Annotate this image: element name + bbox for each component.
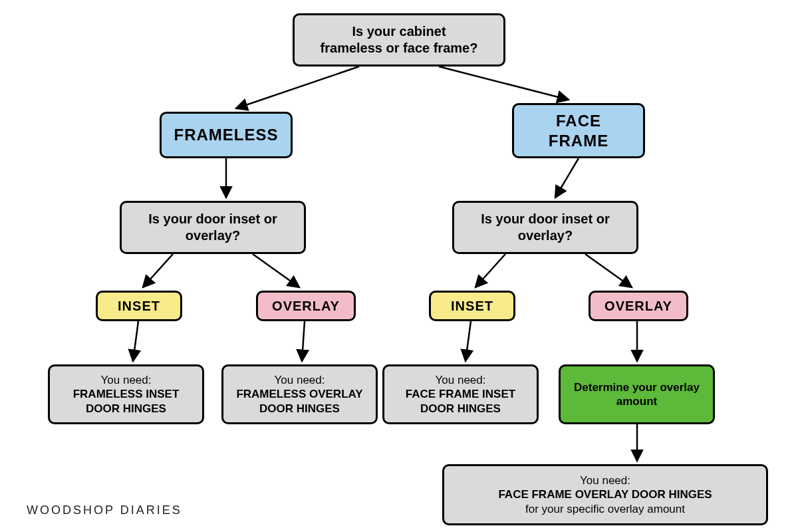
left-overlay-option-box: OVERLAY <box>256 291 356 321</box>
right-overlay-final-result-box: You need: FACE FRAME OVERLAY DOOR HINGES… <box>442 464 768 525</box>
right-inset-result-main: FACE FRAME INSET DOOR HINGES <box>392 387 529 416</box>
root-question-line1: Is your cabinet <box>352 23 446 40</box>
root-question-box: Is your cabinet frameless or face frame? <box>293 13 505 66</box>
flow-arrows <box>0 0 798 532</box>
faceframe-label-line2: FRAME <box>549 131 608 151</box>
left-inset-result-lead: You need: <box>101 373 152 387</box>
svg-line-8 <box>133 321 138 361</box>
right-overlay-intermediate-box: Determine your overlay amount <box>559 364 715 424</box>
frameless-label: FRAMELESS <box>174 125 278 145</box>
svg-line-10 <box>466 321 471 361</box>
right-overlay-result-line3: for your specific overlay amount <box>525 502 685 516</box>
right-inset-label: INSET <box>451 298 493 315</box>
svg-line-9 <box>302 321 305 361</box>
right-overlay-result-lead: You need: <box>580 473 630 487</box>
left-overlay-label: OVERLAY <box>272 298 340 315</box>
frameless-option-box: FRAMELESS <box>160 112 293 158</box>
left-door-question-line2: overlay? <box>186 227 240 244</box>
svg-line-0 <box>236 66 359 108</box>
svg-line-7 <box>585 254 632 287</box>
right-inset-option-box: INSET <box>429 291 515 321</box>
svg-line-1 <box>439 66 569 100</box>
right-overlay-option-box: OVERLAY <box>589 291 688 321</box>
svg-line-5 <box>253 254 299 287</box>
left-inset-option-box: INSET <box>96 291 182 321</box>
left-overlay-result-box: You need: FRAMELESS OVERLAY DOOR HINGES <box>221 364 378 424</box>
left-door-question-box: Is your door inset or overlay? <box>120 201 306 254</box>
right-door-question-line1: Is your door inset or <box>481 211 609 227</box>
right-overlay-intermediate: Determine your overlay amount <box>569 380 705 409</box>
right-overlay-result-line2: FACE FRAME OVERLAY DOOR HINGES <box>498 487 712 501</box>
faceframe-option-box: FACE FRAME <box>512 103 645 158</box>
left-door-question-line1: Is your door inset or <box>148 211 277 227</box>
left-inset-label: INSET <box>118 298 160 315</box>
right-door-question-line2: overlay? <box>518 227 573 244</box>
watermark-text: WOODSHOP DIARIES <box>27 503 182 517</box>
left-inset-result-main: FRAMELESS INSET DOOR HINGES <box>58 387 194 416</box>
right-inset-result-lead: You need: <box>436 373 486 387</box>
faceframe-label-line1: FACE <box>556 111 601 131</box>
root-question-line2: frameless or face frame? <box>321 40 478 57</box>
left-overlay-result-lead: You need: <box>275 373 325 387</box>
svg-line-6 <box>475 254 505 287</box>
right-overlay-label: OVERLAY <box>604 298 672 315</box>
right-inset-result-box: You need: FACE FRAME INSET DOOR HINGES <box>382 364 539 424</box>
left-overlay-result-main: FRAMELESS OVERLAY DOOR HINGES <box>231 387 368 416</box>
svg-line-4 <box>143 254 173 287</box>
svg-line-3 <box>555 158 579 198</box>
left-inset-result-box: You need: FRAMELESS INSET DOOR HINGES <box>48 364 204 424</box>
right-door-question-box: Is your door inset or overlay? <box>452 201 638 254</box>
